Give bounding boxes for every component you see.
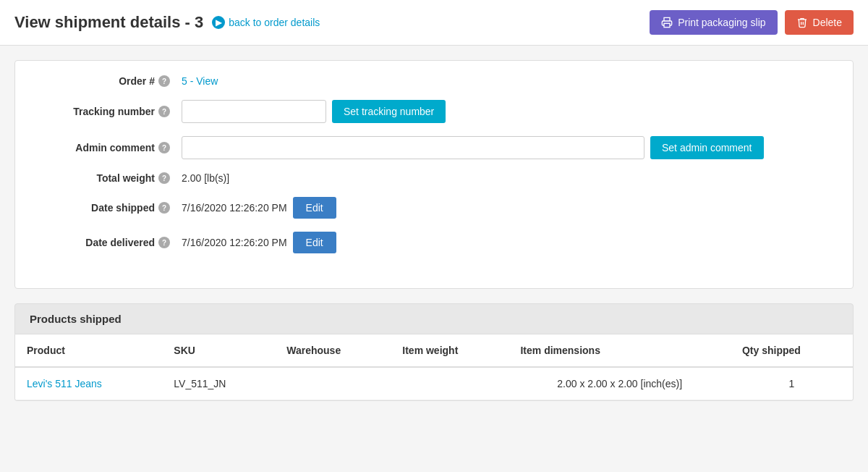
main-content: Order # ? 5 - View Tracking number ? Set…	[0, 46, 868, 416]
col-sku: SKU	[162, 334, 275, 367]
col-qty-shipped: Qty shipped	[731, 334, 853, 367]
header-left: View shipment details - 3 ▶ back to orde…	[14, 13, 320, 32]
cell-qty-shipped: 1	[731, 367, 853, 400]
date-shipped-value: 7/16/2020 12:26:20 PM Edit	[182, 197, 831, 219]
cell-item-weight	[391, 367, 509, 400]
trash-icon	[796, 17, 808, 28]
date-shipped-row: Date shipped ? 7/16/2020 12:26:20 PM Edi…	[37, 197, 831, 219]
admin-comment-label: Admin comment ?	[37, 142, 182, 153]
total-weight-label: Total weight ?	[37, 172, 182, 184]
date-shipped-help-icon[interactable]: ?	[158, 202, 170, 214]
table-row: Levi's 511 Jeans LV_511_JN 2.00 x 2.00 x…	[15, 367, 853, 400]
edit-date-delivered-button[interactable]: Edit	[293, 232, 336, 253]
products-table: Product SKU Warehouse Item weight Item d…	[15, 334, 853, 400]
tracking-number-input[interactable]	[182, 100, 326, 123]
order-link[interactable]: 5 - View	[182, 75, 218, 87]
page-title: View shipment details - 3	[14, 13, 203, 32]
edit-date-shipped-button[interactable]: Edit	[293, 197, 336, 219]
products-shipped-section: Products shipped Product SKU Warehouse I…	[14, 303, 854, 401]
print-packaging-slip-button[interactable]: Print packaging slip	[650, 10, 777, 35]
admin-comment-input[interactable]	[182, 136, 644, 159]
tracking-row: Tracking number ? Set tracking number	[37, 100, 831, 123]
set-tracking-button[interactable]: Set tracking number	[332, 100, 446, 123]
cell-sku: LV_511_JN	[162, 367, 275, 400]
header-actions: Print packaging slip Delete	[650, 10, 854, 35]
date-delivered-help-icon[interactable]: ?	[158, 237, 170, 248]
date-delivered-row: Date delivered ? 7/16/2020 12:26:20 PM E…	[37, 232, 831, 253]
back-link-label: back to order details	[229, 17, 320, 28]
back-icon: ▶	[212, 16, 225, 29]
col-item-weight: Item weight	[391, 334, 509, 367]
order-label: Order # ?	[37, 75, 182, 87]
col-item-dimensions: Item dimensions	[509, 334, 730, 367]
order-value: 5 - View	[182, 75, 831, 87]
date-delivered-label: Date delivered ?	[37, 237, 182, 248]
total-weight-value: 2.00 [lb(s)]	[182, 172, 831, 184]
admin-comment-help-icon[interactable]: ?	[158, 142, 170, 153]
admin-comment-row: Admin comment ? Set admin comment	[37, 136, 831, 159]
table-header-row: Product SKU Warehouse Item weight Item d…	[15, 334, 853, 367]
total-weight-row: Total weight ? 2.00 [lb(s)]	[37, 172, 831, 184]
page-header: View shipment details - 3 ▶ back to orde…	[0, 0, 868, 46]
delete-button[interactable]: Delete	[785, 10, 854, 35]
col-product: Product	[15, 334, 162, 367]
date-shipped-label: Date shipped ?	[37, 202, 182, 214]
date-delivered-value: 7/16/2020 12:26:20 PM Edit	[182, 232, 831, 253]
admin-comment-value: Set admin comment	[182, 136, 831, 159]
tracking-label: Tracking number ?	[37, 106, 182, 117]
tracking-value: Set tracking number	[182, 100, 831, 123]
products-table-card: Product SKU Warehouse Item weight Item d…	[14, 334, 854, 401]
shipment-detail-card: Order # ? 5 - View Tracking number ? Set…	[14, 60, 854, 289]
tracking-help-icon[interactable]: ?	[158, 106, 170, 117]
svg-rect-0	[664, 23, 670, 27]
products-shipped-header: Products shipped	[14, 303, 854, 334]
order-row: Order # ? 5 - View	[37, 75, 831, 87]
print-icon	[661, 17, 673, 28]
cell-product: Levi's 511 Jeans	[15, 367, 162, 400]
set-admin-comment-button[interactable]: Set admin comment	[650, 136, 764, 159]
cell-item-dimensions: 2.00 x 2.00 x 2.00 [inch(es)]	[509, 367, 730, 400]
cell-warehouse	[275, 367, 391, 400]
total-weight-help-icon[interactable]: ?	[158, 172, 170, 184]
back-to-order-link[interactable]: ▶ back to order details	[212, 16, 320, 29]
order-help-icon[interactable]: ?	[158, 75, 170, 87]
col-warehouse: Warehouse	[275, 334, 391, 367]
product-link[interactable]: Levi's 511 Jeans	[27, 378, 102, 389]
